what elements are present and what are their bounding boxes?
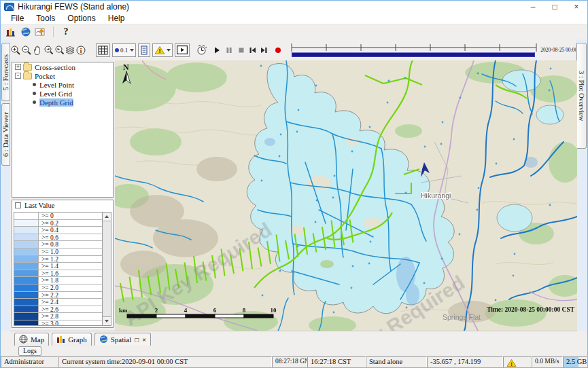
step-back-button[interactable] [248,43,257,57]
legend-color-swatch [14,213,39,219]
legend-row[interactable]: >= 1.8 [14,277,102,284]
zoom-out-icon[interactable] [21,43,32,57]
left-tab-strip: 5 : Forecasts 6 : Data Viewer [1,39,10,331]
svg-text:N: N [123,62,129,72]
status-user: Administrator [1,356,58,368]
tab-forecasts[interactable]: 5 : Forecasts [1,43,10,101]
pause-button[interactable] [225,43,233,57]
legend-row[interactable]: >= 0.4 [14,227,102,234]
menu-options[interactable]: Options [61,13,101,24]
legend-row[interactable]: >= 1.4 [14,263,102,270]
tab-spatial[interactable]: Spatial □ × [94,333,151,346]
legend-threshold-label: >= 0 [39,213,54,219]
map-display-icon[interactable] [18,25,33,39]
step-forward-button[interactable] [260,43,269,57]
tab-plot-overview[interactable]: 3 : Plot Overview [576,43,587,149]
legend-color-swatch [14,220,39,227]
help-icon[interactable]: ? [58,25,73,39]
legend-row[interactable]: >= 1.2 [14,256,102,263]
legend-row[interactable]: >= 2.8 [14,313,102,320]
play-button[interactable] [213,43,221,57]
collapse-icon[interactable]: - [15,73,21,79]
tree-label[interactable]: Cross-section [35,63,75,71]
status-warning[interactable]: ! [503,356,532,368]
tree-item-level-point[interactable]: Level Point [12,80,113,89]
tree-label[interactable]: Level Point [39,81,74,89]
legend-row[interactable]: >= 0 [14,213,102,220]
pan-hand-icon[interactable] [32,43,43,57]
minimize-button[interactable]: – [522,1,544,13]
time-span-bar[interactable] [292,52,535,57]
zoom-next-icon[interactable] [54,43,65,57]
legend-row[interactable]: >= 0.8 [14,241,102,249]
legend-row[interactable]: >= 2.2 [14,292,102,299]
scroll-down-icon[interactable] [103,316,111,325]
legend-threshold-label: >= 2.6 [39,306,58,313]
tree-item-pocket[interactable]: - Pocket [12,71,113,80]
legend-row[interactable]: >= 2.0 [14,284,102,292]
stop-button[interactable] [237,43,245,57]
status-network-rate: 0.0 MB/s [532,356,563,368]
tree-label[interactable]: Level Grid [39,90,72,98]
time-slider[interactable] [290,41,538,59]
tab-graph[interactable]: Graph [52,333,92,346]
tab-map[interactable]: Map [14,333,49,346]
tree-item-cross-section[interactable]: + Cross-section [12,62,113,71]
tree-item-depth-grid[interactable]: Depth Grid [12,98,113,107]
zoom-in-icon[interactable] [10,43,21,57]
legend-row[interactable]: >= 0.6 [14,234,102,242]
legend-row[interactable]: >= 0.2 [14,220,102,227]
node-bullet-icon [33,100,36,104]
spatial-display-icon[interactable] [33,25,48,39]
legend-threshold-label: >= 0.2 [39,220,58,227]
legend-threshold-label: >= 0.6 [39,234,58,241]
class-break-value: 0.1 [120,47,128,54]
node-bullet-icon [33,83,36,86]
scroll-up-icon[interactable] [103,213,111,221]
legend-color-swatch [14,270,39,277]
map-toolbar: i 0.1 ! [10,39,577,60]
tree-item-level-grid[interactable]: Level Grid [12,89,113,98]
last-value-label: Last Value [24,202,54,209]
tree-label[interactable]: Pocket [35,72,55,80]
legend-color-swatch [14,306,39,313]
menu-file[interactable]: File [5,13,30,24]
legend-threshold-label: >= 0.8 [39,241,58,248]
animation-timer-icon[interactable] [196,43,207,57]
legend-button[interactable] [138,43,150,57]
legend-scrollbar[interactable] [102,212,111,326]
animation-export-button[interactable] [175,43,190,57]
tab-map-label: Map [31,335,44,344]
last-value-checkbox[interactable] [15,202,21,208]
graph-bars-icon [56,335,65,345]
main-toolbar: ? [1,24,587,39]
legend-row[interactable]: >= 2.4 [14,299,102,306]
map-view[interactable]: API Key Required API Key Required N km 2… [115,60,577,331]
legend-row[interactable]: >= 2.6 [14,306,102,314]
thresholds-dropdown[interactable]: ! [152,43,173,57]
class-break-dropdown[interactable]: 0.1 [112,43,136,57]
tab-close-icon[interactable]: × [142,336,146,344]
menu-help[interactable]: Help [102,13,131,24]
legend-color-swatch [14,292,39,299]
tab-data-viewer[interactable]: 6 : Data Viewer [1,103,10,166]
database-viewer-icon[interactable] [3,25,18,39]
zoom-previous-icon[interactable] [43,43,54,57]
record-button[interactable] [274,43,282,57]
maximize-button[interactable]: □ [544,1,566,13]
legend-color-swatch [14,284,39,291]
layers-icon[interactable] [65,43,75,57]
tree-label-selected[interactable]: Depth Grid [39,98,73,107]
expand-icon[interactable]: + [15,64,21,70]
legend-row[interactable]: >= 3.0 [14,320,102,326]
tab-restore-icon[interactable]: □ [135,336,139,344]
legend-row[interactable]: >= 1.6 [14,270,102,278]
menu-tools[interactable]: Tools [30,13,61,24]
legend-row[interactable]: >= 1.0 [14,249,102,256]
logs-button[interactable]: Logs [18,346,41,356]
status-memory-gauge: 2.5 GB [563,356,587,368]
info-icon[interactable]: i [75,43,86,57]
svg-text:10: 10 [271,307,277,314]
close-button[interactable]: × [566,1,587,13]
grid-display-button[interactable] [96,43,110,57]
